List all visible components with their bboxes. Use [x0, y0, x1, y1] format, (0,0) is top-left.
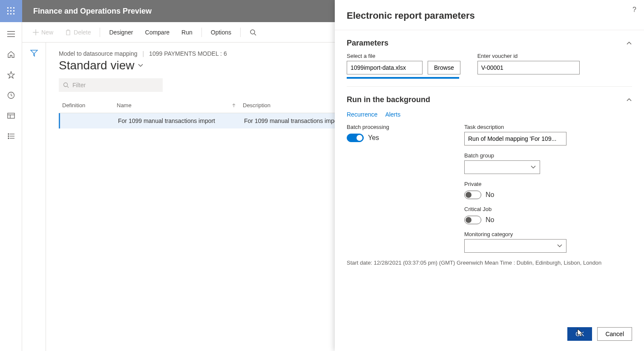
star-icon — [7, 71, 15, 79]
help-button[interactable]: ? — [632, 6, 636, 14]
breadcrumb-context: 1099 PAYMENTS MODEL : 6 — [149, 50, 227, 57]
batch-processing-label: Batch processing — [347, 124, 440, 130]
column-name[interactable]: Name — [113, 98, 239, 113]
svg-line-27 — [67, 86, 69, 88]
parameters-panel: ? Electronic report parameters Parameter… — [335, 0, 644, 351]
panel-footer: OK Cancel — [335, 320, 644, 351]
batch-processing-value: Yes — [368, 134, 379, 142]
svg-point-24 — [250, 30, 255, 34]
critical-job-toggle[interactable] — [464, 216, 481, 224]
task-description-input[interactable] — [464, 132, 566, 146]
nav-home[interactable] — [7, 50, 15, 59]
svg-point-20 — [8, 138, 9, 139]
run-button[interactable]: Run — [177, 26, 197, 39]
monitoring-category-select[interactable] — [464, 239, 566, 253]
voucher-input[interactable] — [477, 61, 580, 74]
plus-icon — [33, 29, 39, 35]
background-fields: Batch processing Yes Task description Ba… — [347, 124, 632, 253]
nav-recent[interactable] — [7, 91, 15, 100]
private-toggle[interactable] — [464, 191, 481, 199]
chevron-down-icon — [557, 243, 563, 249]
batch-processing-field: Batch processing Yes — [347, 124, 440, 142]
nav-modules[interactable] — [7, 132, 15, 140]
batch-group-field: Batch group — [464, 152, 632, 174]
sort-asc-icon — [232, 103, 236, 108]
select-file-field: Select a file Browse — [347, 53, 460, 79]
funnel-icon — [30, 49, 38, 57]
options-button[interactable]: Options — [206, 26, 236, 39]
separator — [100, 28, 100, 37]
list-icon — [7, 132, 15, 140]
critical-job-field: Critical Job No — [464, 206, 632, 224]
search-button[interactable] — [245, 26, 261, 39]
designer-button[interactable]: Designer — [104, 26, 138, 39]
compare-button[interactable]: Compare — [141, 26, 175, 39]
separator — [201, 28, 202, 37]
chevron-up-icon — [626, 97, 632, 103]
svg-rect-4 — [10, 10, 12, 11]
waffle-icon — [7, 7, 15, 15]
grid-filter-input[interactable]: Filter — [59, 78, 163, 92]
background-section-header[interactable]: Run in the background — [347, 87, 632, 109]
select-file-input[interactable] — [347, 61, 423, 74]
panel-body: Parameters Select a file Browse Enter vo… — [335, 30, 644, 320]
panel-header: Electronic report parameters — [335, 0, 644, 30]
voucher-field: Enter voucher id — [477, 53, 580, 79]
batch-group-label: Batch group — [464, 152, 632, 159]
svg-rect-6 — [7, 13, 9, 14]
delete-label: Delete — [74, 29, 91, 36]
tab-recurrence[interactable]: Recurrence — [347, 111, 377, 118]
nav-workspaces[interactable] — [7, 111, 15, 120]
separator — [240, 28, 241, 37]
tab-alerts[interactable]: Alerts — [385, 111, 400, 118]
svg-rect-13 — [8, 113, 14, 118]
svg-rect-8 — [13, 13, 14, 14]
critical-job-label: Critical Job — [464, 206, 632, 212]
nav-favorites[interactable] — [7, 71, 15, 79]
ok-button[interactable]: OK — [567, 327, 592, 341]
cancel-button[interactable]: Cancel — [597, 327, 632, 341]
nav-expand-button[interactable] — [7, 30, 15, 38]
breadcrumb-separator: | — [142, 50, 144, 57]
hamburger-icon — [7, 31, 15, 37]
chevron-down-icon — [530, 164, 536, 170]
breadcrumb-page: Model to datasource mapping — [59, 50, 137, 57]
batch-group-select[interactable] — [464, 160, 540, 174]
background-section-title: Run in the background — [347, 95, 430, 104]
search-icon — [63, 82, 69, 88]
svg-point-16 — [8, 134, 9, 134]
search-icon — [250, 29, 256, 36]
critical-job-value: No — [486, 216, 494, 224]
parameters-fields: Select a file Browse Enter voucher id — [347, 53, 632, 79]
new-button[interactable]: New — [28, 26, 58, 39]
panel-title: Electronic report parameters — [347, 10, 475, 21]
workspace-icon — [7, 112, 15, 120]
browse-button[interactable]: Browse — [428, 61, 460, 74]
svg-rect-7 — [10, 13, 12, 14]
filter-pane-toggle[interactable] — [22, 43, 46, 351]
parameters-section-header[interactable]: Parameters — [347, 30, 632, 53]
batch-processing-toggle[interactable] — [347, 134, 364, 142]
background-tabs: Recurrence Alerts — [347, 109, 632, 124]
new-label: New — [41, 29, 53, 36]
column-definition[interactable]: Definition — [59, 98, 113, 113]
left-rail — [0, 22, 22, 351]
chevron-down-icon — [138, 63, 144, 68]
app-title: Finance and Operations Preview — [22, 7, 152, 16]
svg-rect-0 — [7, 7, 9, 9]
delete-button[interactable]: Delete — [60, 26, 95, 39]
monitoring-category-field: Monitoring category — [464, 231, 632, 253]
select-file-label: Select a file — [347, 53, 460, 59]
cell-definition — [60, 113, 115, 128]
svg-rect-3 — [7, 10, 9, 11]
upload-progress-bar — [347, 77, 459, 79]
svg-rect-2 — [13, 7, 14, 9]
svg-point-18 — [8, 136, 9, 137]
voucher-label: Enter voucher id — [477, 53, 580, 59]
parameters-section-title: Parameters — [347, 39, 388, 48]
start-date-text: Start date: 12/28/2021 (03:37:05 pm) (GM… — [347, 253, 632, 266]
svg-line-25 — [254, 34, 256, 35]
app-launcher-button[interactable] — [0, 0, 22, 22]
chevron-up-icon — [626, 40, 632, 46]
filter-placeholder: Filter — [72, 82, 86, 88]
